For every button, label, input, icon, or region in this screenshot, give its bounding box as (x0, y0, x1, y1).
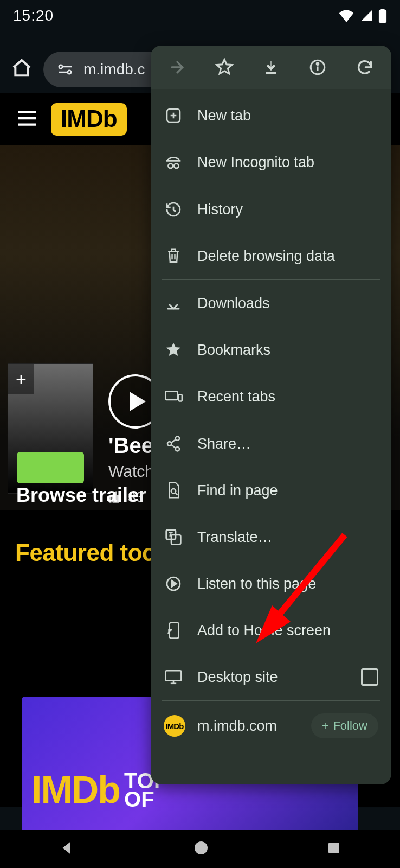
menu-item-label: New Incognito tab (197, 154, 314, 171)
imdb-logo[interactable]: IMDb (51, 103, 127, 136)
download-icon[interactable] (255, 51, 287, 84)
follow-button[interactable]: + Follow (311, 713, 378, 738)
add-to-home-icon (164, 621, 183, 640)
menu-item-bookmarks[interactable]: Bookmarks (151, 327, 391, 373)
svg-point-42 (195, 841, 208, 854)
svg-point-21 (168, 163, 173, 168)
incognito-icon (164, 154, 183, 170)
wifi-icon (338, 9, 354, 22)
menu-item-label: Recent tabs (197, 388, 275, 405)
menu-item-label: Listen to this page (197, 576, 316, 592)
svg-rect-0 (379, 10, 386, 23)
menu-item-label: Find in page (197, 482, 278, 499)
svg-line-30 (171, 445, 176, 448)
svg-line-32 (176, 493, 178, 495)
featured-card-of: OF (124, 790, 169, 808)
forward-icon[interactable] (161, 51, 193, 84)
svg-point-4 (68, 71, 71, 74)
menu-top-row (151, 46, 391, 89)
url-text: m.imdb.c (83, 61, 145, 78)
site-settings-icon (57, 63, 74, 76)
menu-site-row[interactable]: IMDb m.imdb.com + Follow (151, 701, 391, 751)
svg-point-17 (317, 63, 319, 65)
menu-item-translate[interactable]: Translate… (151, 514, 391, 560)
svg-point-27 (167, 442, 171, 445)
menu-item-label: Delete browsing data (197, 248, 335, 265)
translate-icon (164, 528, 183, 546)
nav-recents-icon[interactable] (326, 840, 342, 858)
menu-item-label: New tab (197, 107, 251, 124)
trash-icon (164, 247, 183, 265)
recent-tabs-icon (164, 389, 183, 404)
menu-list: New tab New Incognito tab History Delete… (151, 89, 391, 751)
menu-item-recent-tabs[interactable]: Recent tabs (151, 373, 391, 420)
info-icon[interactable] (301, 51, 334, 84)
poster-artwork (17, 452, 85, 483)
menu-item-desktop-site[interactable]: Desktop site (151, 654, 391, 700)
svg-rect-1 (380, 9, 384, 11)
menu-item-label: Downloads (197, 295, 270, 312)
hero-subtitle: Watch (108, 462, 154, 481)
nav-home-icon[interactable] (192, 839, 210, 859)
system-navbar (0, 830, 400, 868)
desktop-site-checkbox[interactable] (361, 668, 378, 686)
featured-card-logo: IMDb (31, 768, 120, 812)
menu-item-find-in-page[interactable]: Find in page (151, 467, 391, 514)
browser-menu: New tab New Incognito tab History Delete… (151, 46, 391, 784)
svg-point-26 (176, 436, 179, 440)
menu-item-label: History (197, 201, 243, 218)
play-icon (130, 392, 146, 411)
menu-item-new-tab[interactable]: New tab (151, 92, 391, 139)
svg-rect-24 (165, 391, 177, 400)
menu-item-label: Share… (197, 436, 251, 452)
cell-signal-icon (360, 9, 373, 22)
svg-point-22 (174, 163, 179, 168)
svg-rect-37 (166, 671, 182, 680)
menu-item-share[interactable]: Share… (151, 420, 391, 467)
menu-item-incognito[interactable]: New Incognito tab (151, 139, 391, 186)
menu-item-label: Bookmarks (197, 342, 270, 359)
battery-icon (378, 9, 387, 23)
find-in-page-icon (164, 481, 183, 500)
new-tab-icon (164, 107, 183, 124)
hamburger-icon[interactable] (16, 109, 38, 130)
history-icon (164, 201, 183, 218)
desktop-icon (164, 669, 183, 685)
status-bar: 15:20 (0, 0, 400, 31)
share-icon (164, 435, 183, 452)
bookmarks-star-icon (164, 341, 183, 359)
svg-point-28 (176, 447, 179, 451)
follow-label: Follow (333, 719, 367, 733)
browse-trailers-heading[interactable]: Browse trailer (16, 484, 146, 507)
status-icons (338, 9, 387, 23)
home-icon[interactable] (11, 58, 33, 81)
poster-card[interactable]: + (8, 363, 93, 494)
svg-point-2 (59, 65, 62, 68)
menu-item-label: Desktop site (197, 669, 278, 686)
add-to-watchlist-icon[interactable]: + (8, 364, 34, 394)
svg-point-31 (171, 489, 176, 494)
svg-line-29 (171, 439, 176, 443)
menu-item-history[interactable]: History (151, 186, 391, 233)
menu-item-delete-data[interactable]: Delete browsing data (151, 233, 391, 279)
menu-item-label: Add to Home screen (197, 622, 331, 639)
menu-site-host: m.imdb.com (197, 718, 277, 735)
refresh-icon[interactable] (349, 51, 381, 84)
menu-item-downloads[interactable]: Downloads (151, 280, 391, 327)
downloads-icon (164, 295, 183, 311)
star-icon[interactable] (208, 51, 241, 84)
svg-rect-25 (179, 394, 182, 401)
nav-back-icon[interactable] (58, 839, 76, 859)
menu-item-listen[interactable]: Listen to this page (151, 560, 391, 607)
menu-item-label: Translate… (197, 529, 273, 546)
status-time: 15:20 (13, 7, 54, 24)
listen-icon (164, 575, 183, 592)
plus-icon: + (322, 719, 329, 733)
site-favicon: IMDb (164, 715, 185, 737)
menu-item-add-home[interactable]: Add to Home screen (151, 607, 391, 654)
svg-rect-43 (328, 843, 339, 853)
